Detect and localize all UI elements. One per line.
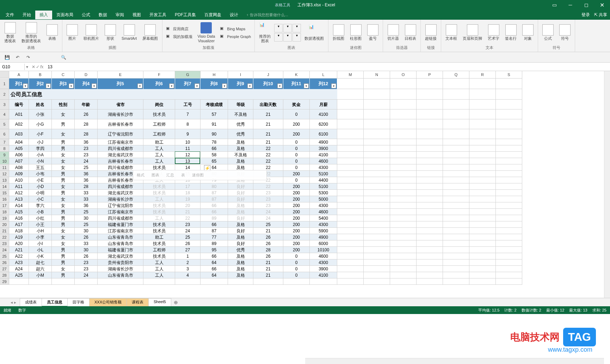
table-cell[interactable]: 24 xyxy=(75,158,98,164)
table-cell[interactable]: 22 xyxy=(253,145,283,152)
table-cell[interactable]: 李四 xyxy=(29,145,52,152)
table-cell[interactable]: 小L xyxy=(29,247,52,253)
filter-dropdown-icon[interactable] xyxy=(331,83,336,88)
row-header[interactable]: 4 xyxy=(0,109,9,119)
table-cell[interactable]: 工人 xyxy=(143,272,175,278)
table-cell[interactable]: 4900 xyxy=(310,139,337,145)
quick-analysis-tab[interactable]: 汇总 xyxy=(166,172,174,178)
table-cell[interactable]: 男 xyxy=(52,215,75,221)
filter-dropdown-icon[interactable] xyxy=(46,83,51,88)
table-column-header[interactable]: 列2 xyxy=(29,79,52,89)
table-cell[interactable]: 25 xyxy=(75,164,98,171)
ribbon-图片[interactable]: 图片 xyxy=(64,24,80,42)
table-cell[interactable]: 65 xyxy=(201,158,228,164)
table-cell[interactable]: 及格 xyxy=(228,221,253,228)
table-cell[interactable]: 66 xyxy=(201,221,228,228)
table-cell[interactable]: A09 xyxy=(9,171,29,177)
table-cell[interactable]: 不及格 xyxy=(228,109,253,119)
table-cell[interactable]: 21 xyxy=(253,109,283,119)
table-cell[interactable]: 26 xyxy=(75,253,98,259)
table-cell[interactable]: 66 xyxy=(201,266,228,272)
column-header[interactable]: K xyxy=(283,71,310,79)
row-header[interactable]: 25 xyxy=(0,253,9,259)
table-cell[interactable]: A22 xyxy=(9,253,29,259)
table-cell[interactable]: 28 xyxy=(75,183,98,190)
table-cell[interactable]: 5100 xyxy=(310,171,337,177)
row-header[interactable]: 20 xyxy=(0,221,9,228)
chart-type-icon[interactable]: ▾ xyxy=(292,33,301,42)
table-cell[interactable]: 技术员 xyxy=(143,190,175,196)
table-cell[interactable]: 女 xyxy=(52,129,75,139)
row-header[interactable]: 18 xyxy=(0,209,9,215)
table-cell[interactable]: 4100 xyxy=(310,109,337,119)
table-column-header[interactable]: 列12 xyxy=(310,79,337,89)
sheet-tab[interactable]: Sheet5 xyxy=(148,298,171,307)
column-header[interactable]: Q xyxy=(443,71,469,79)
table-cell[interactable]: 36 xyxy=(75,139,98,145)
table-cell[interactable]: 女 xyxy=(52,183,75,190)
ribbon-日程表[interactable]: 日程表 xyxy=(402,24,418,42)
table-cell[interactable]: 4 xyxy=(175,272,201,278)
confirm-formula-icon[interactable]: ✓ xyxy=(36,64,39,69)
table-cell[interactable]: 小I xyxy=(29,240,52,247)
table-cell[interactable]: 26 xyxy=(75,234,98,240)
table-cell[interactable]: 6200 xyxy=(310,119,337,129)
table-cell[interactable]: 4300 xyxy=(310,259,337,266)
row-header[interactable]: 1 xyxy=(0,79,9,89)
table-cell[interactable]: 女 xyxy=(52,266,75,272)
table-cell[interactable]: 6100 xyxy=(310,129,337,139)
table-cell[interactable]: 小M xyxy=(29,272,52,278)
table-cell[interactable]: A03 xyxy=(9,129,29,139)
table-cell[interactable]: 57 xyxy=(201,109,228,119)
filter-dropdown-icon[interactable] xyxy=(304,83,309,88)
table-cell[interactable]: 技术员 xyxy=(143,202,175,209)
table-cell[interactable]: 及格 xyxy=(228,202,253,209)
table-cell[interactable]: 200 xyxy=(283,190,310,196)
row-header[interactable]: 13 xyxy=(0,177,9,183)
row-header[interactable]: 27 xyxy=(0,266,9,272)
sheet-nav-next-icon[interactable]: ▸ xyxy=(14,300,16,305)
row-header[interactable]: 3 xyxy=(0,100,9,109)
ribbon-应用商店[interactable]: ▣应用商店 xyxy=(165,25,194,32)
table-cell[interactable]: 及格 xyxy=(228,209,253,215)
table-cell[interactable]: 30 xyxy=(75,228,98,234)
table-cell[interactable]: 及格 xyxy=(228,145,253,152)
table-cell[interactable]: 22 xyxy=(175,215,201,221)
filter-dropdown-icon[interactable] xyxy=(169,83,174,88)
table-cell[interactable]: 25 xyxy=(75,221,98,228)
table-cell[interactable]: 21 xyxy=(253,129,283,139)
row-header[interactable]: 21 xyxy=(0,228,9,234)
table-cell[interactable]: 200 xyxy=(283,183,310,190)
table-cell[interactable]: 女 xyxy=(52,152,75,158)
table-cell[interactable]: A04 xyxy=(9,139,29,145)
table-cell[interactable]: 小H xyxy=(29,228,52,234)
table-cell[interactable]: 89 xyxy=(201,240,228,247)
table-cell[interactable]: 0 xyxy=(283,158,310,164)
column-header[interactable]: N xyxy=(364,71,390,79)
table-cell[interactable]: 江苏省南京市 xyxy=(98,209,143,215)
column-header[interactable]: E xyxy=(98,71,143,79)
table-cell[interactable]: 21 xyxy=(253,228,283,234)
table-cell[interactable]: 工人 xyxy=(143,145,175,152)
table-cell[interactable]: 女 xyxy=(52,228,75,234)
ribbon-联机图片[interactable]: 联机图片 xyxy=(81,24,101,42)
column-header[interactable]: O xyxy=(390,71,417,79)
filter-dropdown-icon[interactable] xyxy=(23,83,28,88)
table-cell[interactable]: 8 xyxy=(175,119,201,129)
ribbon-Bing Maps[interactable]: ▣Bing Maps xyxy=(218,25,252,32)
share-button[interactable]: ⇱ 共享 xyxy=(594,12,607,18)
row-header[interactable]: 19 xyxy=(0,215,9,221)
column-header[interactable]: F xyxy=(143,71,175,79)
ribbon-visio[interactable]: Visio DataVisualizer xyxy=(195,21,217,44)
chart-type-icon[interactable]: ▾ xyxy=(274,33,283,42)
table-cell[interactable]: 吉林省长春市 xyxy=(98,119,143,129)
ribbon-折线图[interactable]: 折线图 xyxy=(331,24,346,42)
table-cell[interactable]: 0 xyxy=(283,259,310,266)
table-column-header[interactable]: 列11 xyxy=(283,79,310,89)
table-cell[interactable]: 77 xyxy=(201,234,228,240)
row-header[interactable]: 15 xyxy=(0,190,9,196)
table-cell[interactable]: 2 xyxy=(175,259,201,266)
menu-tab-开发工具[interactable]: 开发工具 xyxy=(145,11,171,19)
table-cell[interactable]: 9 xyxy=(175,129,201,139)
table-cell[interactable]: 工人 xyxy=(143,152,175,158)
